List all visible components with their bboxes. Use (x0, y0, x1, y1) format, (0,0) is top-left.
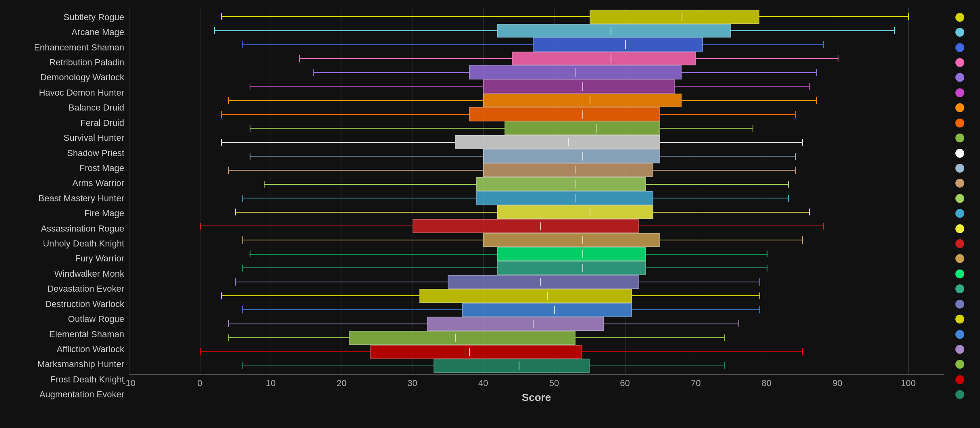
bar-row (129, 94, 944, 108)
median-line (575, 194, 576, 203)
right-whisker (682, 72, 816, 73)
spec-dot (955, 179, 964, 188)
spec-dot (955, 269, 964, 278)
bar-row (129, 163, 944, 177)
spec-dot (955, 330, 964, 339)
y-label: Demonology Warlock (4, 73, 129, 82)
bar-row (129, 233, 944, 247)
right-whisker (653, 170, 795, 171)
right-whisker (682, 100, 816, 101)
x-tick-label: 60 (620, 378, 630, 388)
right-whisker-cap (759, 292, 760, 299)
left-whisker (228, 170, 483, 171)
spec-dot (955, 43, 964, 52)
dot-row (944, 239, 976, 248)
left-whisker (228, 324, 427, 324)
box-rect (419, 289, 632, 303)
y-label: Beast Mastery Hunter (4, 194, 129, 203)
spec-dot (955, 224, 964, 233)
dot-column (944, 8, 976, 404)
dot-row (944, 224, 976, 233)
right-whisker-cap (788, 181, 789, 188)
left-whisker (200, 351, 370, 352)
left-whisker (200, 225, 413, 226)
median-line (582, 110, 583, 119)
left-whisker (242, 309, 462, 310)
dot-row (944, 43, 976, 52)
box-rect (505, 121, 660, 136)
y-label: Augmentation Evoker (4, 390, 129, 399)
bar-row (129, 261, 944, 275)
right-whisker-cap (795, 111, 796, 118)
box-rect (497, 247, 646, 261)
left-whisker-cap (221, 111, 222, 118)
left-whisker-cap (228, 97, 229, 104)
left-whisker-cap (221, 13, 222, 20)
box-rect (512, 52, 696, 66)
right-whisker-cap (724, 362, 725, 369)
spec-dot (955, 300, 964, 309)
median-line (568, 138, 569, 146)
left-whisker-cap (228, 167, 229, 173)
y-label: Windwalker Monk (4, 269, 129, 278)
box-rect (434, 359, 589, 373)
bar-row (129, 359, 944, 373)
dot-row (944, 209, 976, 218)
median-line (469, 348, 470, 356)
box-rect (497, 24, 731, 38)
y-label: Affliction Warlock (4, 345, 129, 354)
spec-dot (955, 119, 964, 127)
right-whisker (653, 212, 809, 213)
left-whisker-cap (264, 181, 265, 188)
bar-row (129, 52, 944, 66)
median-line (582, 250, 583, 258)
left-whisker-cap (221, 139, 222, 146)
bar-row (129, 345, 944, 359)
bar-row (129, 331, 944, 345)
dot-row (944, 300, 976, 309)
y-label: Subtlety Rogue (4, 13, 129, 22)
y-label: Destruction Warlock (4, 300, 129, 309)
box-rect (483, 149, 660, 163)
spec-dot (955, 375, 964, 384)
left-whisker-cap (242, 265, 243, 271)
dot-row (944, 149, 976, 158)
left-whisker-cap (228, 334, 229, 341)
left-whisker-cap (250, 83, 250, 90)
left-whisker (214, 30, 498, 31)
y-label: Survival Hunter (4, 134, 129, 142)
right-whisker-cap (816, 69, 817, 76)
right-whisker (675, 86, 809, 87)
grid-and-bars (129, 8, 944, 375)
left-whisker-cap (299, 55, 300, 62)
right-whisker (575, 337, 724, 338)
median-line (519, 361, 519, 370)
right-whisker-cap (802, 139, 803, 146)
right-whisker (703, 44, 824, 45)
box-rect (370, 345, 582, 359)
spec-dot (955, 209, 964, 218)
median-line (611, 27, 611, 35)
bar-row (129, 275, 944, 289)
left-whisker-cap (250, 251, 250, 257)
spec-dot (955, 194, 964, 203)
box-rect (497, 205, 653, 219)
x-tick-label: 70 (691, 378, 701, 388)
dot-row (944, 119, 976, 127)
dot-row (944, 254, 976, 263)
left-whisker-cap (250, 125, 250, 132)
box-rect (469, 107, 660, 121)
y-label: Arms Warrior (4, 179, 129, 188)
median-line (554, 306, 555, 314)
box-rect (483, 79, 674, 94)
right-whisker (582, 351, 802, 352)
left-whisker (250, 156, 484, 157)
left-whisker-cap (228, 320, 229, 327)
bar-row (129, 38, 944, 52)
bar-row (129, 289, 944, 303)
left-whisker-cap (235, 209, 236, 215)
right-whisker (632, 309, 759, 310)
y-label: Marksmanship Hunter (4, 360, 129, 369)
bar-row (129, 107, 944, 121)
right-whisker (731, 30, 894, 31)
